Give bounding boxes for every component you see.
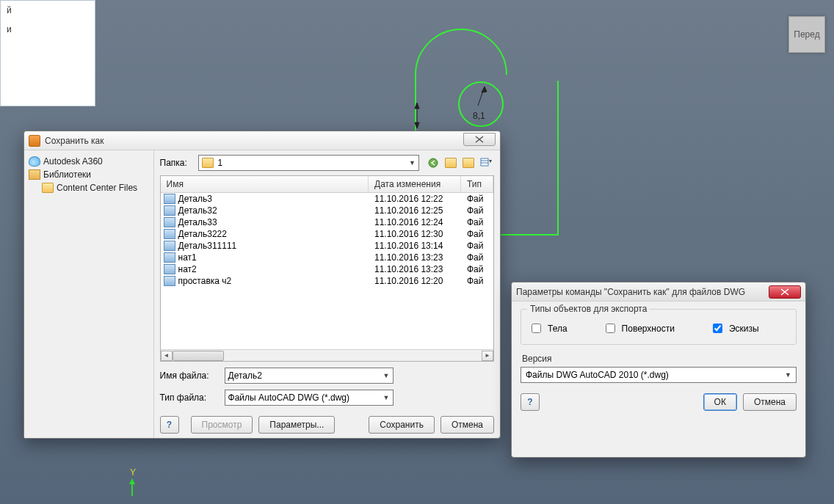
new-folder-button[interactable]	[460, 155, 476, 171]
svg-point-10	[429, 158, 438, 167]
viewcube[interactable]: Перед	[788, 16, 825, 53]
view-menu-button[interactable]	[478, 155, 494, 171]
checkbox-sketches[interactable]: Эскизы	[710, 321, 759, 335]
left-panel-item: и	[1, 20, 95, 39]
part-icon	[164, 194, 175, 204]
nav-tree: Autodesk A360 Библиотеки Content Center …	[24, 150, 154, 438]
left-nav-panel: й и	[0, 0, 95, 106]
tree-item-a360[interactable]: Autodesk A360	[27, 155, 151, 168]
file-row[interactable]: Деталь311.10.2016 12:22Фай	[161, 193, 493, 205]
cancel-button[interactable]: Отмена	[743, 393, 797, 411]
tree-item-ccf[interactable]: Content Center Files	[27, 181, 151, 194]
part-icon	[164, 217, 175, 227]
filetype-select[interactable]: Файлы AutoCAD DWG (*.dwg)▼	[225, 390, 394, 406]
book-icon	[29, 169, 40, 180]
folder-icon	[42, 183, 54, 193]
file-row[interactable]: проставка ч211.10.2016 12:20Фай	[161, 275, 493, 287]
scroll-right-button[interactable]: ►	[482, 351, 493, 361]
left-panel-item: й	[1, 1, 95, 20]
svg-marker-8	[129, 478, 135, 484]
file-row[interactable]: Деталь322211.10.2016 12:30Фай	[161, 228, 493, 240]
file-list: Имя Дата изменения Тип Деталь311.10.2016…	[160, 175, 494, 362]
cancel-button[interactable]: Отмена	[440, 416, 494, 434]
save-as-dialog: Сохранить как Autodesk A360 Библиотеки C…	[23, 131, 501, 439]
inventor-icon	[29, 135, 40, 147]
checkbox-surfaces[interactable]: Поверхности	[603, 321, 675, 335]
cloud-icon	[29, 156, 40, 167]
horizontal-scrollbar[interactable]: ◄ ►	[161, 349, 493, 361]
save-button[interactable]: Сохранить	[369, 416, 435, 434]
titlebar[interactable]: Параметры команды "Сохранить как" для фа…	[512, 282, 805, 302]
version-select[interactable]: Файлы DWG AutoCAD 2010 (*.dwg)▼	[521, 367, 797, 383]
svg-marker-2	[482, 87, 487, 92]
part-icon	[164, 264, 175, 274]
file-row[interactable]: Деталь31111111.10.2016 13:14Фай	[161, 240, 493, 252]
folder-up-icon	[445, 158, 457, 168]
part-icon	[164, 276, 175, 286]
file-row[interactable]: Деталь3211.10.2016 12:25Фай	[161, 205, 493, 216]
help-button[interactable]: ?	[521, 393, 540, 411]
ok-button[interactable]: ОК	[703, 393, 737, 411]
export-types-group: Типы объектов для экспорта Тела Поверхно…	[521, 309, 797, 345]
part-icon	[164, 205, 175, 216]
titlebar[interactable]: Сохранить как	[24, 131, 500, 150]
filetype-label: Тип файла:	[160, 392, 219, 403]
part-icon	[164, 229, 175, 239]
filename-label: Имя файла:	[160, 370, 219, 381]
up-button[interactable]	[443, 155, 459, 171]
svg-rect-11	[481, 158, 488, 166]
preview-button[interactable]: Просмотр	[191, 416, 253, 434]
filename-input[interactable]: Деталь2▼	[225, 368, 394, 384]
params-button[interactable]: Параметры...	[258, 416, 335, 434]
dwg-options-dialog: Параметры команды "Сохранить как" для фа…	[511, 282, 806, 458]
group-legend: Типы объектов для экспорта	[527, 304, 650, 314]
tree-item-libs[interactable]: Библиотеки	[27, 168, 151, 181]
file-row[interactable]: нат111.10.2016 13:23Фай	[161, 252, 493, 263]
version-label: Версия	[522, 354, 797, 364]
close-button[interactable]	[769, 285, 801, 299]
svg-text:Y: Y	[130, 467, 136, 478]
scroll-thumb[interactable]	[173, 351, 224, 361]
back-button[interactable]	[425, 155, 441, 171]
column-name[interactable]: Имя	[161, 176, 369, 192]
part-icon	[164, 252, 175, 263]
scroll-left-button[interactable]: ◄	[161, 351, 173, 361]
close-button[interactable]	[463, 133, 496, 146]
folder-icon	[202, 158, 214, 168]
window-title: Параметры команды "Сохранить как" для фа…	[516, 287, 769, 297]
column-type[interactable]: Тип	[461, 176, 493, 192]
file-row[interactable]: нат211.10.2016 13:23Фай	[161, 263, 493, 275]
folder-combo[interactable]: 1 ▼	[198, 155, 419, 171]
help-button[interactable]: ?	[160, 416, 179, 434]
file-row[interactable]: Деталь3311.10.2016 12:24Фай	[161, 216, 493, 228]
svg-text:8,1: 8,1	[473, 111, 485, 121]
column-date[interactable]: Дата изменения	[369, 176, 461, 192]
window-title: Сохранить как	[45, 136, 463, 146]
part-icon	[164, 241, 175, 251]
folder-label: Папка:	[160, 158, 192, 168]
new-folder-icon	[463, 158, 474, 168]
checkbox-bodies[interactable]: Тела	[529, 321, 568, 335]
